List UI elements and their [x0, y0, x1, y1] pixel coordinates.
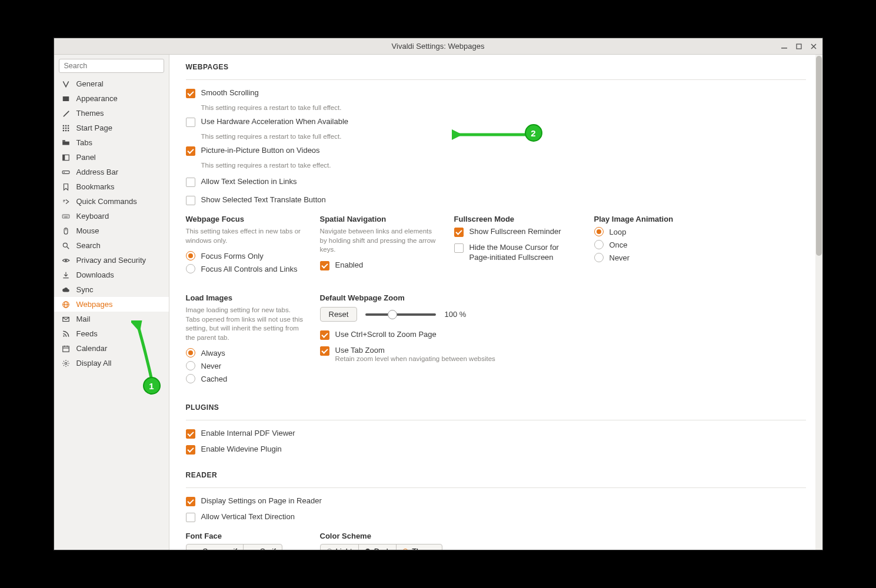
sidebar-item-bookmarks[interactable]: Bookmarks [54, 179, 169, 194]
spatial-desc: Navigate between links and elements by h… [320, 227, 438, 255]
zoom-reset-button[interactable]: Reset [320, 307, 358, 322]
keyboard-icon [61, 212, 71, 221]
content-area[interactable]: WEBPAGES Smooth Scrolling This setting r… [169, 55, 822, 550]
search-icon [61, 241, 71, 250]
colorscheme-light-button[interactable]: Light [321, 544, 359, 550]
fontface-serif-button[interactable]: ASerif [244, 544, 282, 550]
window-controls [778, 40, 820, 53]
sidebar-item-search[interactable]: Search [54, 238, 169, 253]
gear-icon [61, 359, 71, 368]
svg-line-27 [66, 246, 69, 249]
focus-forms-radio[interactable]: Focus Forms Only [186, 251, 304, 260]
colorscheme-dark-button[interactable]: Dark [359, 544, 397, 550]
annotation-marker-1: 1 [143, 377, 161, 395]
annotation-marker-2: 2 [525, 124, 542, 142]
close-button[interactable] [807, 40, 820, 53]
divider [186, 420, 806, 420]
loadimages-always-radio[interactable]: Always [186, 348, 304, 358]
quick-icon [61, 197, 71, 206]
maximize-button[interactable] [792, 40, 805, 53]
pip-checkbox[interactable] [186, 146, 195, 156]
sidebar-item-panel[interactable]: Panel [54, 150, 169, 165]
tabzoom-desc: Retain zoom level when navigating betwee… [335, 355, 573, 363]
scrollbar[interactable] [815, 55, 822, 550]
mail-icon [61, 315, 71, 324]
svg-rect-8 [67, 127, 68, 128]
pdf-checkbox[interactable] [186, 429, 195, 439]
reader-vertical-checkbox[interactable] [186, 513, 195, 522]
colorscheme-theme-button[interactable]: Theme [397, 544, 441, 550]
svg-rect-13 [62, 140, 65, 141]
svg-rect-21 [66, 215, 66, 216]
tabzoom-checkbox[interactable] [320, 346, 329, 356]
smooth-scrolling-checkbox[interactable] [186, 89, 195, 98]
minimize-button[interactable] [778, 40, 791, 53]
smooth-scrolling-desc: This setting requires a restart to take … [201, 104, 806, 111]
privacy-icon [61, 256, 71, 265]
zoom-slider[interactable] [365, 313, 436, 316]
svg-rect-11 [67, 129, 68, 131]
svg-point-26 [63, 243, 67, 247]
loadimages-never-radio[interactable]: Never [186, 361, 304, 370]
sidebar-item-label: Keyboard [76, 212, 109, 220]
addressbar-icon [61, 168, 71, 177]
animation-loop-radio[interactable]: Loop [594, 227, 712, 236]
colorscheme-group: Light Dark Theme [320, 544, 442, 550]
sidebar-item-mouse[interactable]: Mouse [54, 223, 169, 238]
sidebar-item-keyboard[interactable]: Keyboard [54, 209, 169, 223]
spatial-enabled-checkbox[interactable] [320, 261, 329, 270]
widevine-checkbox[interactable] [186, 445, 195, 455]
sidebar-item-appearance[interactable]: Appearance [54, 91, 169, 106]
search-input[interactable] [59, 59, 164, 73]
webpage-focus-desc: This setting takes effect in new tabs or… [186, 227, 304, 245]
svg-rect-12 [62, 141, 69, 145]
svg-point-38 [65, 362, 67, 365]
svg-rect-5 [67, 125, 68, 126]
sidebar-item-tabs[interactable]: Tabs [54, 135, 169, 150]
sidebar-item-startpage[interactable]: Start Page [54, 121, 169, 135]
sidebar-item-downloads[interactable]: Downloads [54, 268, 169, 282]
sidebar-item-sync[interactable]: Sync [54, 282, 169, 297]
translate-checkbox[interactable] [186, 196, 195, 205]
svg-rect-6 [62, 127, 64, 128]
scrollbar-thumb[interactable] [816, 56, 822, 256]
theme-icon [402, 549, 408, 550]
svg-rect-23 [64, 216, 68, 217]
sidebar-item-themes[interactable]: Themes [54, 106, 169, 121]
ctrlscroll-checkbox[interactable] [320, 330, 329, 340]
grid-icon [61, 123, 71, 133]
sidebar-item-quickcommands[interactable]: Quick Commands [54, 194, 169, 209]
svg-rect-22 [67, 215, 68, 216]
sidebar-item-privacy[interactable]: Privacy and Security [54, 253, 169, 268]
serif-icon: A [249, 548, 257, 550]
fullscreen-reminder-checkbox[interactable] [454, 228, 464, 237]
loadimages-cached-radio[interactable]: Cached [186, 374, 304, 383]
colorscheme-heading: Color Scheme [320, 532, 438, 540]
svg-rect-4 [65, 125, 66, 126]
panel-icon [61, 153, 71, 162]
sidebar-item-label: Themes [76, 109, 104, 118]
animation-heading: Play Image Animation [594, 215, 712, 223]
hwaccel-checkbox[interactable] [186, 118, 195, 127]
divider [186, 79, 806, 80]
textsel-checkbox[interactable] [186, 178, 195, 187]
sidebar: GeneralAppearanceThemesStart PageTabsPan… [54, 55, 169, 550]
sidebar-item-label: Sync [76, 285, 94, 294]
sidebar-item-webpages[interactable]: Webpages [54, 297, 169, 312]
sidebar-item-general[interactable]: General [54, 76, 169, 91]
tabs-icon [61, 138, 71, 148]
pip-label: Picture-in-Picture Button on Videos [201, 146, 320, 155]
focus-all-radio[interactable]: Focus All Controls and Links [186, 264, 304, 273]
sidebar-item-label: Search [76, 241, 101, 250]
animation-once-radio[interactable]: Once [594, 240, 712, 249]
svg-point-33 [63, 335, 64, 336]
reader-display-checkbox[interactable] [186, 497, 195, 506]
sidebar-item-addressbar[interactable]: Address Bar [54, 165, 169, 179]
animation-never-radio[interactable]: Never [594, 253, 712, 262]
zoom-slider-thumb[interactable] [388, 310, 397, 319]
sidebar-item-label: Tabs [76, 138, 92, 147]
fontface-sans-button[interactable]: ASans-serif [186, 544, 244, 550]
fontface-group: ASans-serif ASerif [186, 544, 282, 550]
fullscreen-hidecursor-checkbox[interactable] [454, 243, 464, 253]
svg-rect-2 [62, 96, 69, 101]
